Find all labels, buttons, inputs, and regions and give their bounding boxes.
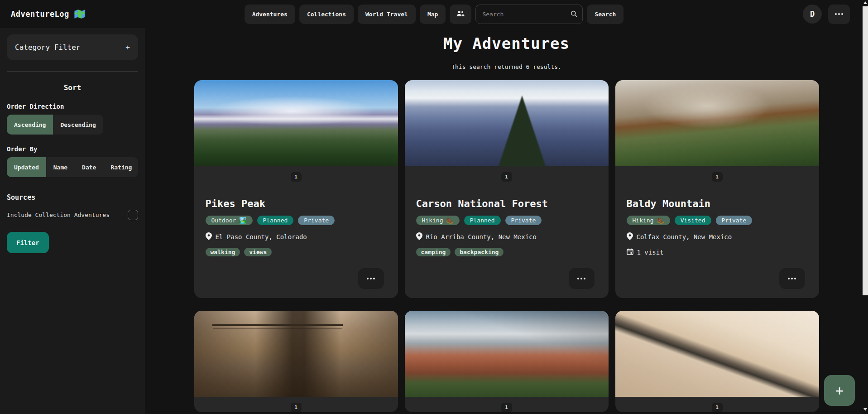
image-count-badge: 1	[712, 403, 723, 412]
sources-heading: Sources	[7, 193, 138, 202]
navbar-more-button[interactable]	[828, 5, 850, 24]
visibility-badge: Private	[716, 216, 753, 225]
users-nav-button[interactable]	[450, 5, 471, 24]
category-label: Outdoor	[211, 217, 236, 224]
nav-world-travel[interactable]: World Travel	[358, 5, 416, 24]
order-by-rating-button[interactable]: Rating	[103, 157, 138, 177]
scrollbar-thumb[interactable]	[863, 6, 868, 295]
visibility-badge: Private	[298, 216, 335, 225]
search-box	[475, 5, 583, 24]
category-emoji-icon: 🥾	[657, 217, 664, 224]
tag-badge: walking	[206, 248, 240, 256]
include-collection-checkbox[interactable]	[128, 210, 138, 220]
order-direction-label: Order Direction	[7, 103, 138, 110]
adventure-title[interactable]: Pikes Peak	[206, 198, 387, 209]
map-logo-icon	[74, 9, 86, 19]
add-adventure-button[interactable]: +	[824, 375, 855, 406]
adventure-card-dunes[interactable]: 1	[615, 311, 819, 412]
include-collection-label: Include Collection Adventures	[7, 212, 110, 218]
ellipsis-icon	[788, 278, 796, 279]
adventure-photo	[194, 80, 398, 166]
filter-button[interactable]: Filter	[7, 232, 49, 253]
category-badge: Hiking 🥾	[416, 216, 460, 225]
image-count-badge: 1	[291, 172, 302, 182]
tag-badge: backpacking	[455, 248, 504, 256]
order-ascending-button[interactable]: Ascending	[7, 115, 53, 135]
category-label: Hiking	[633, 217, 654, 224]
nav-links: Adventures Collections World Travel Map …	[245, 5, 624, 24]
card-more-button[interactable]	[358, 268, 384, 289]
nav-collections[interactable]: Collections	[299, 5, 354, 24]
image-count-badge: 1	[291, 403, 302, 412]
top-navbar: AdventureLog Adventures Collections Worl…	[0, 0, 868, 28]
order-by-updated-button[interactable]: Updated	[7, 157, 46, 177]
navbar-right: D	[803, 5, 868, 24]
location-pin-icon	[627, 232, 633, 241]
card-more-button[interactable]	[779, 268, 805, 289]
image-count-badge: 1	[712, 172, 723, 182]
user-avatar[interactable]: D	[803, 5, 822, 24]
include-collection-row: Include Collection Adventures	[7, 210, 138, 220]
app-logo[interactable]: AdventureLog	[0, 9, 86, 19]
filter-sidebar: Category Filter + Sort Order Direction A…	[0, 28, 145, 414]
adventure-photo	[615, 80, 819, 166]
category-badge: Hiking 🥾	[627, 216, 670, 225]
adventure-card-baldy-mountain[interactable]: 1 Baldy Mountain Hiking 🥾 Visited Privat…	[615, 80, 819, 298]
adventure-card-gorge[interactable]: 1	[194, 311, 398, 412]
main-content: My Adventures This search returned 6 res…	[145, 28, 868, 414]
page-scrollbar[interactable]	[863, 0, 868, 414]
location-pin-icon	[416, 232, 422, 241]
calendar-icon	[627, 248, 633, 256]
scrollbar-up-arrow-icon[interactable]	[863, 1, 867, 4]
order-by-date-button[interactable]: Date	[75, 157, 103, 177]
status-badge: Planned	[464, 216, 501, 225]
order-by-label: Order By	[7, 145, 138, 153]
tag-badge: views	[244, 248, 272, 256]
image-count-badge: 1	[501, 172, 512, 182]
visit-count-text: 1 visit	[637, 249, 664, 256]
adventure-card-pikes-peak[interactable]: 1 Pikes Peak Outdoor 🏞️ Planned Private	[194, 80, 398, 298]
order-direction-group: Ascending Descending	[7, 115, 103, 135]
category-label: Hiking	[422, 217, 443, 224]
app-name: AdventureLog	[11, 10, 69, 19]
adventure-photo	[405, 80, 609, 166]
category-badge: Outdoor 🏞️	[206, 216, 253, 225]
sort-heading: Sort	[7, 83, 138, 92]
ellipsis-icon	[835, 13, 843, 15]
adventure-card-red-rocks[interactable]: 1	[405, 311, 609, 412]
adventure-photo	[405, 311, 609, 397]
users-icon	[456, 10, 465, 18]
order-by-group: Updated Name Date Rating	[7, 157, 138, 177]
location-text: Colfax County, New Mexico	[637, 233, 732, 241]
status-badge: Planned	[257, 216, 294, 225]
image-count-badge: 1	[501, 403, 512, 412]
adventure-card-carson-national-forest[interactable]: 1 Carson National Forest Hiking 🥾 Planne…	[405, 80, 609, 298]
sidebar-divider	[7, 71, 138, 72]
search-button[interactable]: Search	[587, 5, 623, 24]
tag-badge: camping	[416, 248, 451, 256]
adventure-title[interactable]: Carson National Forest	[416, 198, 597, 209]
plus-icon: +	[125, 43, 130, 52]
adventure-title[interactable]: Baldy Mountain	[627, 198, 808, 209]
order-descending-button[interactable]: Descending	[53, 115, 103, 135]
results-count-text: This search returned 6 results.	[145, 63, 868, 70]
card-more-button[interactable]	[569, 268, 595, 289]
location-text: Rio Arriba County, New Mexico	[426, 233, 537, 241]
search-icon	[571, 10, 577, 19]
category-filter-toggle[interactable]: Category Filter +	[7, 34, 138, 60]
category-filter-label: Category Filter	[15, 43, 81, 52]
order-by-name-button[interactable]: Name	[46, 157, 75, 177]
category-emoji-icon: 🏞️	[239, 217, 246, 224]
nav-map[interactable]: Map	[420, 5, 446, 24]
adventure-photo	[615, 311, 819, 397]
location-text: El Paso County, Colorado	[216, 233, 307, 241]
adventure-photo	[194, 311, 398, 397]
nav-adventures[interactable]: Adventures	[245, 5, 295, 24]
scrollbar-down-arrow-icon[interactable]	[863, 408, 867, 411]
ellipsis-icon	[367, 278, 375, 279]
status-badge: Visited	[675, 216, 711, 225]
search-input[interactable]	[475, 5, 583, 24]
page-title: My Adventures	[145, 34, 868, 53]
location-pin-icon	[206, 232, 212, 241]
ellipsis-icon	[577, 278, 585, 279]
